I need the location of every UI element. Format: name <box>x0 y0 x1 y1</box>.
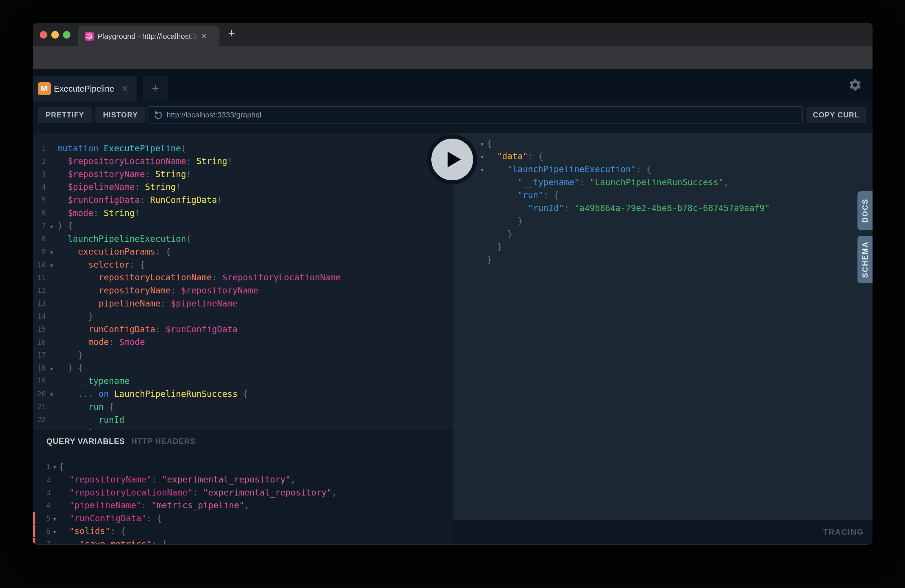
code-line[interactable]: 22 runId <box>33 413 453 426</box>
fold-toggle-icon <box>478 221 487 222</box>
line-number: 19 <box>33 377 46 385</box>
fold-toggle-icon[interactable]: ▼ <box>478 141 487 147</box>
line-number: 1 <box>33 463 51 471</box>
code-line[interactable]: "__typename": "LaunchPipelineRunSuccess"… <box>453 176 873 189</box>
code-line[interactable]: 9▼ executionParams: { <box>33 245 453 258</box>
query-editor-pane[interactable]: 1mutation ExecutePipeline(2 $repositoryL… <box>33 133 453 545</box>
fold-toggle-icon <box>46 238 57 240</box>
fold-toggle-icon[interactable]: ▼ <box>51 528 59 534</box>
code-line[interactable]: 1mutation ExecutePipeline( <box>33 142 453 155</box>
code-line[interactable]: 5▼ "runConfigData": { <box>33 512 453 525</box>
code-line[interactable]: 2 "repositoryName": "experimental_reposi… <box>33 473 453 486</box>
browser-tab[interactable]: Playground - http://localhost:3 ✕ <box>78 26 219 46</box>
settings-gear-icon[interactable] <box>848 78 862 92</box>
browser-titlebar: Playground - http://localhost:3 ✕ + <box>33 22 873 46</box>
copy-curl-button[interactable]: COPY CURL <box>807 107 866 123</box>
code-line[interactable]: 1▼{ <box>33 461 453 474</box>
fold-toggle-icon[interactable]: ▼ <box>51 541 59 545</box>
code-line[interactable]: 18▼ ) { <box>33 362 453 375</box>
code-line[interactable]: 13 pipelineName: $pipelineName <box>33 297 453 310</box>
docs-side-tab[interactable]: DOCS <box>857 191 873 230</box>
new-session-tab-button[interactable]: + <box>143 76 168 102</box>
fold-toggle-icon[interactable]: ▼ <box>46 391 57 397</box>
endpoint-url[interactable]: http://localhost:3333/graphql <box>167 107 262 123</box>
code-line[interactable]: 15 runConfigData: $runConfigData <box>33 323 453 336</box>
browser-toolbar: localhost:3333/graphql Guest <box>33 46 873 69</box>
zoom-window-button[interactable] <box>63 31 70 38</box>
code-line[interactable]: ▼ "data": { <box>453 150 873 163</box>
docs-side-tab-label: DOCS <box>861 198 869 222</box>
code-line[interactable]: } <box>453 240 873 253</box>
code-line[interactable]: 5 $runConfigData: RunConfigData! <box>33 194 453 207</box>
close-window-button[interactable] <box>40 31 47 38</box>
code-line[interactable]: } <box>453 227 873 241</box>
fold-toggle-icon[interactable]: ▼ <box>46 365 57 371</box>
fold-toggle-icon[interactable]: ▼ <box>46 223 57 229</box>
line-number: 14 <box>33 312 46 320</box>
session-tab-executepipeline[interactable]: M ExecutePipeline ✕ <box>33 76 137 102</box>
fold-toggle-icon <box>46 380 57 381</box>
code-line[interactable]: 4 $pipelineName: String! <box>33 181 453 194</box>
code-line[interactable]: 17 } <box>33 349 453 362</box>
fold-toggle-icon[interactable]: ▼ <box>46 249 57 255</box>
fold-toggle-icon[interactable]: ▼ <box>478 153 487 159</box>
code-line[interactable]: "runId": "a49b864a-79e2-4be8-b78c-687457… <box>453 202 873 215</box>
fold-toggle-icon <box>51 492 59 493</box>
code-line[interactable]: 6 $mode: String! <box>33 207 453 220</box>
fold-toggle-icon <box>46 174 57 175</box>
code-line[interactable]: "run": { <box>453 189 873 202</box>
session-tabs-row: M ExecutePipeline ✕ + <box>33 69 873 102</box>
query-editor[interactable]: 1mutation ExecutePipeline(2 $repositoryL… <box>33 133 453 430</box>
fold-toggle-icon <box>46 342 57 343</box>
history-button[interactable]: HISTORY <box>95 107 146 123</box>
code-line[interactable]: 7▼) { <box>33 219 453 232</box>
schema-side-tab[interactable]: SCHEMA <box>857 236 873 283</box>
code-line[interactable]: 16 mode: $mode <box>33 336 453 349</box>
error-marker <box>33 512 35 524</box>
code-line[interactable]: 14 } <box>33 310 453 323</box>
code-line[interactable]: 4 "pipelineName": "metrics_pipeline", <box>33 499 453 512</box>
fold-toggle-icon[interactable]: ▼ <box>478 167 487 173</box>
mutation-badge: M <box>38 83 51 95</box>
endpoint-input[interactable]: http://localhost:3333/graphql <box>148 106 803 124</box>
line-number: 4 <box>33 183 46 191</box>
code-line[interactable]: 10▼ selector: { <box>33 258 453 272</box>
session-tab-close-icon[interactable]: ✕ <box>121 76 128 102</box>
code-line[interactable]: 11 repositoryLocationName: $repositoryLo… <box>33 271 453 284</box>
fold-toggle-icon[interactable]: ▼ <box>51 464 59 470</box>
code-line[interactable]: ▼{ <box>453 137 873 150</box>
line-number: 3 <box>33 170 46 178</box>
tracing-toggle[interactable]: TRACING <box>823 520 864 545</box>
endpoint-history-icon <box>153 110 163 120</box>
code-line[interactable]: 2 $repositoryLocationName: String! <box>33 155 453 168</box>
error-marker <box>33 538 35 545</box>
code-line[interactable]: 20▼ ... on LaunchPipelineRunSuccess { <box>33 388 453 401</box>
code-line[interactable]: 23 } <box>33 426 453 430</box>
code-line[interactable]: } <box>453 215 873 227</box>
code-line[interactable]: 7▼ "save_metrics": { <box>33 538 453 545</box>
fold-toggle-icon <box>46 354 57 356</box>
new-tab-button[interactable]: + <box>225 27 238 40</box>
code-line[interactable]: 3 $repositoryName: String! <box>33 168 453 181</box>
play-icon <box>448 152 461 167</box>
fold-toggle-icon <box>478 246 487 248</box>
execute-query-button[interactable] <box>427 135 477 184</box>
prettify-button[interactable]: PRETTIFY <box>38 107 92 123</box>
fold-toggle-icon[interactable]: ▼ <box>51 515 59 521</box>
line-number: 2 <box>33 475 51 484</box>
code-line[interactable]: 6▼ "solids": { <box>33 525 453 538</box>
fold-toggle-icon[interactable]: ▼ <box>46 262 57 268</box>
fold-toggle-icon <box>46 419 57 420</box>
code-line[interactable]: 12 repositoryName: $repositoryName <box>33 284 453 297</box>
code-line[interactable]: 19 __typename <box>33 375 453 388</box>
minimize-window-button[interactable] <box>51 31 59 38</box>
code-line[interactable]: ▼ "launchPipelineExecution": { <box>453 163 873 176</box>
response-pane[interactable]: ▼{▼ "data": {▼ "launchPipelineExecution"… <box>453 133 873 520</box>
variables-editor[interactable]: 1▼{2 "repositoryName": "experimental_rep… <box>33 431 453 545</box>
code-line[interactable]: } <box>453 253 873 267</box>
code-line[interactable]: 3 "repositoryLocationName": "experimenta… <box>33 486 453 499</box>
code-line[interactable]: 8 launchPipelineExecution( <box>33 232 453 246</box>
fold-toggle-icon <box>46 303 57 304</box>
browser-tab-close-icon[interactable]: ✕ <box>201 26 207 46</box>
code-line[interactable]: 21 run { <box>33 400 453 413</box>
